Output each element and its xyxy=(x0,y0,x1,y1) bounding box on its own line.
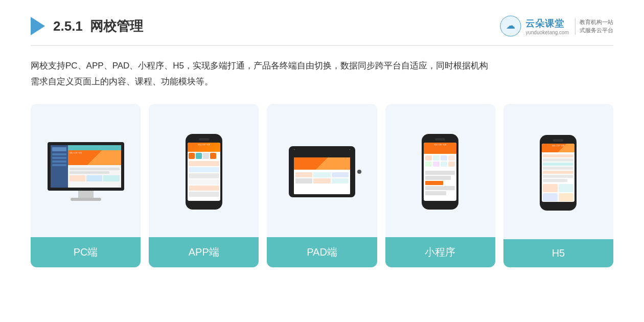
card-pad-image xyxy=(267,104,377,237)
h5-card-row2 xyxy=(543,193,573,201)
app-screen-content: 创造人们第一堂课 xyxy=(188,143,220,201)
pc-screen-main: 创造人们第一堂课 xyxy=(68,145,121,188)
brand-text: 云朵课堂 yunduoketang.com xyxy=(525,17,569,35)
card-app-image: 创造人们第一堂课 xyxy=(149,104,259,237)
monitor-stand xyxy=(71,198,101,201)
h5-phone-screen: 创造人们第一堂课 xyxy=(542,144,574,202)
card-pc: 创造人们第一堂课 xyxy=(31,104,141,267)
monitor-device: 创造人们第一堂课 xyxy=(48,142,124,201)
mini-course-list xyxy=(424,168,456,198)
card-app-label: APP端 xyxy=(149,237,259,267)
logo-triangle-icon xyxy=(31,17,45,35)
card-miniapp-image: 创造人们第一堂课 xyxy=(385,104,495,237)
app-cards xyxy=(188,161,220,197)
miniapp-phone-notch xyxy=(435,138,445,141)
card-h5-image: 创造人们第一堂课 xyxy=(503,104,613,239)
app-phone-device: 创造人们第一堂课 xyxy=(186,134,222,210)
h5-phone-device: 创造人们第一堂课 xyxy=(540,135,577,211)
page-title: 2.5.1 网校管理 xyxy=(53,17,143,35)
app-icons-row xyxy=(188,152,220,160)
card-pc-label: PC端 xyxy=(31,237,141,267)
tablet-screen-content xyxy=(294,149,350,194)
miniapp-phone-device: 创造人们第一堂课 xyxy=(422,134,458,210)
tablet-screen xyxy=(294,149,350,194)
h5-top-bar: 创造人们第一堂课 xyxy=(542,144,574,152)
miniapp-phone-screen: 创造人们第一堂课 xyxy=(424,143,456,201)
mini-top-bar: 创造人们第一堂课 xyxy=(424,143,456,154)
card-pad: PAD端 xyxy=(267,104,377,267)
brand-cloud-icon: ☁ xyxy=(500,15,521,37)
header-left: 2.5.1 网校管理 xyxy=(31,17,143,35)
h5-phone-notch xyxy=(553,139,563,142)
mini-screen-content: 创造人们第一堂课 xyxy=(424,143,456,201)
h5-card-row xyxy=(543,184,573,192)
brand-logo: ☁ 云朵课堂 yunduoketang.com 教育机构一站 式服务云平台 xyxy=(500,15,613,37)
page-container: 2.5.1 网校管理 ☁ 云朵课堂 yunduoketang.com 教育机构一… xyxy=(0,0,644,322)
brand-slogan: 教育机构一站 式服务云平台 xyxy=(575,18,613,35)
card-miniapp: 创造人们第一堂课 xyxy=(385,104,495,267)
mini-icons-grid xyxy=(424,154,456,168)
tablet-device xyxy=(289,146,355,197)
tablet-wrapper xyxy=(289,146,355,197)
tablet-home-button xyxy=(357,170,361,174)
cards-container: 创造人们第一堂课 xyxy=(31,104,613,267)
pc-screen-content: 创造人们第一堂课 xyxy=(51,145,121,188)
app-phone-screen: 创造人们第一堂课 xyxy=(188,143,220,201)
card-pc-image: 创造人们第一堂课 xyxy=(31,104,141,237)
card-h5-label: H5 xyxy=(503,239,613,267)
svg-text:☁: ☁ xyxy=(506,20,515,31)
card-app: 创造人们第一堂课 xyxy=(149,104,259,267)
page-header: 2.5.1 网校管理 ☁ 云朵课堂 yunduoketang.com 教育机构一… xyxy=(31,15,613,46)
page-description: 网校支持PC、APP、PAD、小程序、H5，实现多端打通，产品各终端自由切换，数… xyxy=(31,58,613,89)
card-h5: 创造人们第一堂课 xyxy=(503,104,613,267)
card-miniapp-label: 小程序 xyxy=(385,237,495,267)
phone-notch xyxy=(199,138,209,141)
pc-screen-sidebar xyxy=(51,145,68,188)
monitor-screen: 创造人们第一堂课 xyxy=(48,142,124,191)
h5-screen-content: 创造人们第一堂课 xyxy=(542,144,574,202)
app-top-bar: 创造人们第一堂课 xyxy=(188,143,220,152)
card-pad-label: PAD端 xyxy=(267,237,377,267)
h5-content-rows xyxy=(542,152,574,202)
monitor-neck xyxy=(78,191,94,198)
